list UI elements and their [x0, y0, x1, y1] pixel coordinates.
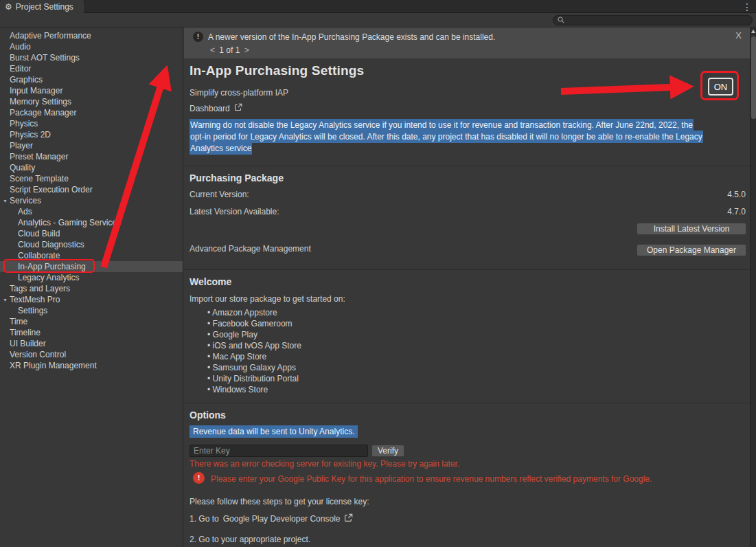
- sidebar-item-timeline[interactable]: ▼ Timeline: [0, 327, 183, 338]
- sidebar-item-label: Ads: [18, 207, 32, 216]
- store-list-item: Google Play: [207, 329, 301, 340]
- welcome-heading: Welcome: [190, 276, 231, 287]
- sidebar-item-ui-builder[interactable]: ▼ UI Builder: [0, 338, 183, 349]
- google-public-key-input[interactable]: [190, 445, 368, 457]
- sidebar-item-time[interactable]: ▼ Time: [0, 316, 183, 327]
- store-list-item: Windows Store: [207, 384, 301, 395]
- sidebar-item-editor[interactable]: ▼ Editor: [0, 63, 183, 74]
- sidebar-item-label: Timeline: [10, 328, 41, 337]
- sidebar-item-preset-manager[interactable]: ▼ Preset Manager: [0, 151, 183, 162]
- sidebar-item-audio[interactable]: ▼ Audio: [0, 41, 183, 52]
- store-list-item: iOS and tvOS App Store: [207, 340, 301, 351]
- sidebar-item-label: Audio: [10, 42, 31, 52]
- external-link-icon: [234, 103, 242, 113]
- search-box[interactable]: [553, 15, 753, 25]
- install-latest-version-button[interactable]: Install Latest Version: [637, 223, 746, 235]
- sidebar-item-script-execution-order[interactable]: ▼ Script Execution Order: [0, 184, 183, 195]
- sidebar-item-analytics-gaming-services[interactable]: ▼ Analytics - Gaming Services: [0, 217, 183, 228]
- verify-button[interactable]: Verify: [371, 445, 404, 457]
- sidebar-item-legacy-analytics[interactable]: ▼ Legacy Analytics: [0, 272, 183, 283]
- iap-enabled-toggle[interactable]: ON: [708, 78, 733, 96]
- sidebar-item-burst-aot-settings[interactable]: ▼ Burst AOT Settings: [0, 52, 183, 63]
- sidebar-item-package-manager[interactable]: ▼ Package Manager: [0, 107, 183, 118]
- sidebar-item-label: Physics 2D: [10, 130, 51, 139]
- sidebar-item-label: Adaptive Performance: [10, 31, 91, 41]
- error-icon: !: [193, 472, 205, 484]
- current-version-label: Current Version:: [190, 190, 249, 199]
- gear-icon: ⚙: [5, 3, 12, 11]
- sidebar-item-label: Settings: [18, 306, 47, 315]
- sidebar-item-label: Editor: [10, 64, 31, 74]
- sidebar-item-label: Scene Template: [10, 174, 69, 183]
- sidebar-item-xr-plugin-management[interactable]: ▼ XR Plugin Management: [0, 360, 183, 371]
- tab-project-settings[interactable]: ⚙ Project Settings: [0, 0, 84, 13]
- search-input[interactable]: [567, 16, 748, 25]
- store-list: Amazon Appstore Facebook Gameroom Google…: [207, 307, 301, 395]
- sidebar-item-settings[interactable]: ▼ Settings: [0, 305, 183, 316]
- sidebar-item-label: Analytics - Gaming Services: [18, 218, 121, 227]
- sidebar-item-label: Time: [10, 317, 27, 326]
- sidebar-item-version-control[interactable]: ▼ Version Control: [0, 349, 183, 360]
- sidebar-item-physics[interactable]: ▼ Physics: [0, 118, 183, 129]
- sidebar-item-scene-template[interactable]: ▼ Scene Template: [0, 173, 183, 184]
- pager-prev-icon[interactable]: <: [208, 45, 217, 55]
- store-list-item: Samsung Galaxy Apps: [207, 362, 301, 373]
- step-1-prefix: 1. Go to: [190, 514, 219, 524]
- vertical-scrollbar[interactable]: [750, 27, 756, 547]
- pager-next-icon[interactable]: >: [242, 45, 251, 55]
- sidebar-item-label: Burst AOT Settings: [10, 53, 80, 63]
- dashboard-link[interactable]: Dashboard: [190, 103, 242, 113]
- sidebar-item-input-manager[interactable]: ▼ Input Manager: [0, 85, 183, 96]
- sidebar-item-memory-settings[interactable]: ▼ Memory Settings: [0, 96, 183, 107]
- sidebar-item-label: Legacy Analytics: [18, 273, 79, 282]
- scrollbar-thumb[interactable]: [751, 36, 756, 119]
- sidebar-item-player[interactable]: ▼ Player: [0, 140, 183, 151]
- sidebar-item-quality[interactable]: ▼ Quality: [0, 162, 183, 173]
- server-error-text: There was an error checking server for e…: [190, 459, 459, 469]
- sidebar-item-ads[interactable]: ▼ Ads: [0, 206, 183, 217]
- google-play-console-link[interactable]: Google Play Developer Console: [223, 514, 341, 524]
- sidebar-item-label: Script Execution Order: [10, 185, 93, 194]
- sidebar-item-label: TextMesh Pro: [10, 295, 60, 304]
- package-update-banner: ! A newer version of the In-App Purchasi…: [184, 27, 750, 58]
- step-1: 1. Go to Google Play Developer Console: [190, 513, 353, 524]
- current-version-value: 4.5.0: [727, 190, 746, 199]
- search-icon: [558, 16, 564, 25]
- sidebar-item-label: Input Manager: [10, 86, 62, 96]
- sidebar-item-graphics[interactable]: ▼ Graphics: [0, 74, 183, 85]
- kebab-menu-icon[interactable]: ⋮: [742, 1, 752, 12]
- sidebar-item-cloud-build[interactable]: ▼ Cloud Build: [0, 228, 183, 239]
- sidebar-item-label: In-App Purchasing: [18, 262, 86, 271]
- sidebar-item-label: Services: [10, 196, 41, 205]
- open-package-manager-button[interactable]: Open Package Manager: [637, 244, 746, 256]
- options-heading: Options: [190, 410, 226, 421]
- sidebar-item-collaborate[interactable]: ▼ Collaborate: [0, 250, 183, 261]
- sidebar-item-textmesh-pro[interactable]: ▼ TextMesh Pro: [0, 294, 183, 305]
- sidebar-item-label: Memory Settings: [10, 97, 71, 107]
- scroll-up-icon[interactable]: [751, 30, 755, 33]
- sidebar-item-adaptive-performance[interactable]: ▼ Adaptive Performance: [0, 30, 183, 41]
- sidebar-item-in-app-purchasing[interactable]: ▼ In-App Purchasing: [0, 261, 183, 272]
- sidebar-item-tags-and-layers[interactable]: ▼ Tags and Layers: [0, 283, 183, 294]
- latest-version-row: Latest Version Available: 4.7.0: [190, 207, 746, 216]
- section-divider: [184, 403, 750, 403]
- sidebar-item-label: Quality: [10, 163, 35, 172]
- pager-label: 1 of 1: [219, 45, 240, 55]
- sidebar-item-label: Collaborate: [18, 251, 60, 260]
- latest-version-label: Latest Version Available:: [190, 207, 279, 216]
- window-titlebar: ⚙ Project Settings ⋮: [0, 0, 756, 13]
- store-list-item: Mac App Store: [207, 351, 301, 362]
- settings-main-panel: ! A newer version of the In-App Purchasi…: [184, 27, 750, 547]
- dashboard-link-label: Dashboard: [190, 104, 230, 113]
- section-divider: [184, 269, 750, 270]
- sidebar-item-cloud-diagnostics[interactable]: ▼ Cloud Diagnostics: [0, 239, 183, 250]
- sidebar-item-label: Cloud Diagnostics: [18, 240, 84, 249]
- close-icon[interactable]: X: [735, 30, 742, 41]
- chevron-down-icon[interactable]: ▼: [1, 196, 9, 207]
- sidebar-item-physics-2d[interactable]: ▼ Physics 2D: [0, 129, 183, 140]
- store-list-item: Unity Distribution Portal: [207, 373, 301, 384]
- sidebar-item-label: Physics: [10, 119, 38, 129]
- sidebar-item-services[interactable]: ▼ Services: [0, 195, 183, 206]
- chevron-down-icon[interactable]: ▼: [1, 295, 9, 306]
- sidebar-item-label: Player: [10, 141, 33, 150]
